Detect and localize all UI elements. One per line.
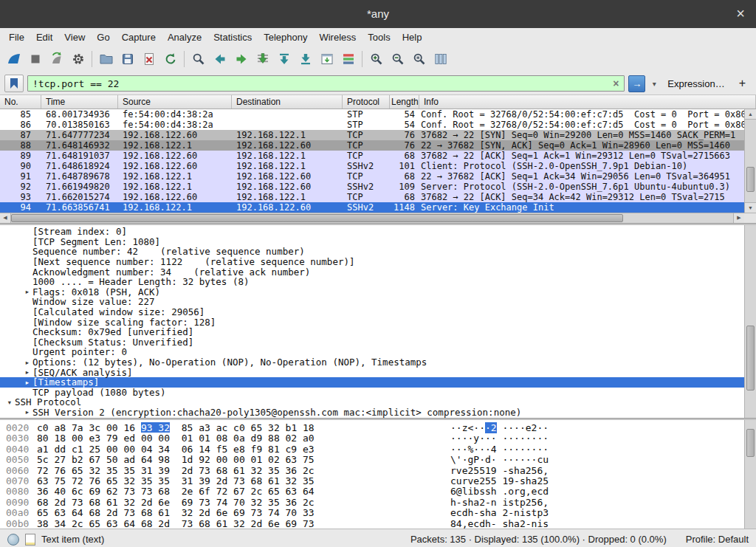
hex-row[interactable]: 008036 40 6c 69 62 73 73 68 2e 6f 72 67 … [0,486,756,496]
go-to-bottom-button[interactable] [295,49,316,69]
menu-item-telephony[interactable]: Telephony [258,30,313,44]
scrollbar-thumb[interactable] [746,167,755,192]
expression-button[interactable]: Expression… [663,78,729,89]
file-open-button[interactable] [95,49,117,69]
hex-row[interactable]: 009068 2d 73 68 61 32 2d 6e 69 73 74 70 … [0,497,756,507]
expand-arrow-icon[interactable]: ▸ [22,408,32,416]
menu-item-file[interactable]: File [3,30,30,44]
filter-clear-button[interactable]: × [611,78,621,89]
packet-row[interactable]: 8568.001734936fe:54:00:d4:38:2aSTP54Conf… [0,109,756,120]
column-header-source[interactable]: Source [118,95,232,109]
column-header-time[interactable]: Time [41,95,118,109]
expand-arrow-icon[interactable]: ▸ [22,288,32,295]
column-header-info[interactable]: Info [419,95,756,109]
detail-line[interactable]: Window size value: 227 [0,297,756,307]
menu-item-help[interactable]: Help [396,30,428,44]
column-header-destination[interactable]: Destination [232,95,343,109]
hex-row[interactable]: 0020c0 a8 7a 3c 00 16 93 32 85 a3 ac c0 … [0,422,756,433]
hex-row[interactable]: 00505c 27 b2 67 50 ad 64 98 1d 92 00 00 … [0,454,756,464]
detail-line[interactable]: [Checksum Status: Unverified] [0,337,756,348]
close-window-button[interactable]: × [731,0,750,28]
packet-row[interactable]: 9471.663856741192.168.122.1192.168.122.6… [0,202,756,213]
packet-row[interactable]: 8771.647777234192.168.122.60192.168.122.… [0,130,756,140]
packet-row[interactable]: 9271.661949820192.168.122.1192.168.122.6… [0,182,756,192]
packet-list-hscrollbar[interactable]: ◀ ▶ [0,213,756,223]
details-vscrollbar[interactable] [744,225,756,418]
filter-dropdown-button[interactable]: ▾ [649,76,659,92]
filter-bookmark-button[interactable] [4,75,24,92]
detail-line[interactable]: Urgent pointer: 0 [0,347,756,357]
hex-vscrollbar[interactable] [744,420,756,529]
colorize-packets-button[interactable] [337,49,359,69]
file-save-button[interactable] [117,49,138,69]
detail-line[interactable]: [Stream index: 0] [0,227,756,237]
zoom-in-button[interactable] [365,49,387,69]
capture-start-button[interactable] [3,49,24,69]
scrollbar-thumb[interactable] [746,326,755,391]
hex-row[interactable]: 007063 75 72 76 65 32 35 35 31 39 2d 73 … [0,475,756,486]
hex-row[interactable]: 00b038 34 2c 65 63 64 68 2d 73 68 61 32 … [0,518,756,529]
detail-line[interactable]: [TCP Segment Len: 1080] [0,237,756,247]
scroll-down-arrow-icon[interactable]: ▼ [745,202,756,213]
menu-item-analyze[interactable]: Analyze [162,30,207,44]
detail-line[interactable]: 1000 .... = Header Length: 32 bytes (8) [0,277,756,287]
capture-options-button[interactable] [67,49,89,69]
detail-line[interactable]: ▸[SEQ/ACK analysis] [0,367,756,377]
detail-line[interactable]: [Window size scaling factor: 128] [0,317,756,327]
packet-row[interactable]: 8871.648146932192.168.122.1192.168.122.6… [0,140,756,151]
hex-row[interactable]: 00a065 63 64 68 2d 73 68 61 32 2d 6e 69 … [0,507,756,517]
detail-line[interactable]: ▸[Timestamps] [0,377,756,388]
expand-arrow-icon[interactable]: ▾ [4,399,15,406]
detail-line[interactable]: Acknowledgment number: 34 (relative ack … [0,266,756,277]
detail-line[interactable]: ▸SSH Version 2 (encryption:chacha20-poly… [0,407,756,418]
column-header-no[interactable]: No. [0,95,41,109]
menu-item-go[interactable]: Go [91,30,115,44]
capture-restart-button[interactable] [46,49,67,69]
find-packet-button[interactable] [188,49,209,69]
scrollbar-thumb[interactable] [746,429,755,457]
column-header-protocol[interactable]: Protocol [343,95,390,109]
column-header-length[interactable]: Length [390,95,419,109]
packet-row[interactable]: 8670.013850163fe:54:00:d4:38:2aSTP54Conf… [0,120,756,130]
detail-line[interactable]: [Calculated window size: 29056] [0,307,756,317]
scroll-left-arrow-icon[interactable]: ◀ [0,213,11,223]
detail-line[interactable]: ▸Flags: 0x018 (PSH, ACK) [0,287,756,297]
expand-arrow-icon[interactable]: ▸ [22,379,32,386]
resize-columns-button[interactable] [430,49,451,69]
hex-row[interactable]: 006072 76 65 32 35 35 31 39 2d 73 68 61 … [0,465,756,475]
hex-row[interactable]: 003080 18 00 e3 79 ed 00 00 01 01 08 0a … [0,433,756,443]
scroll-right-arrow-icon[interactable]: ▶ [733,213,744,223]
go-to-top-button[interactable] [273,49,295,69]
file-close-button[interactable] [138,49,159,69]
go-to-packet-button[interactable] [252,49,273,69]
filter-input[interactable]: !tcp.port == 22 [32,78,611,89]
display-filter-field[interactable]: !tcp.port == 22 × [27,75,625,92]
menu-item-capture[interactable]: Capture [116,30,162,44]
capture-comment-icon[interactable] [25,534,35,546]
expand-arrow-icon[interactable]: ▸ [22,359,32,366]
detail-line[interactable]: [Next sequence number: 1122 (relative se… [0,257,756,267]
expand-arrow-icon[interactable]: ▸ [22,368,32,376]
packet-list-vscrollbar[interactable]: ▲ ▼ [744,109,756,213]
filter-apply-button[interactable]: → [628,75,645,92]
menu-item-statistics[interactable]: Statistics [207,30,258,44]
capture-stop-button[interactable] [24,49,46,69]
detail-line[interactable]: ▸Options: (12 bytes), No-Operation (NOP)… [0,357,756,368]
packet-row[interactable]: 8971.648191037192.168.122.60192.168.122.… [0,151,756,161]
menu-item-view[interactable]: View [58,30,91,44]
hscrollbar-thumb[interactable] [11,214,623,222]
packet-row[interactable]: 9371.662015274192.168.122.60192.168.122.… [0,192,756,202]
zoom-reset-button[interactable] [408,49,430,69]
filter-add-button[interactable]: + [733,77,752,90]
expert-info-icon[interactable] [7,534,19,546]
packet-row[interactable]: 9071.648618924192.168.122.60192.168.122.… [0,161,756,171]
detail-line[interactable]: Sequence number: 42 (relative sequence n… [0,247,756,257]
profile-text[interactable]: Profile: Default [686,534,749,545]
detail-line[interactable]: Checksum: 0x79ed [unverified] [0,327,756,337]
scroll-up-arrow-icon[interactable]: ▲ [745,109,756,120]
menu-item-wireless[interactable]: Wireless [313,30,362,44]
menu-item-tools[interactable]: Tools [362,30,396,44]
go-forward-button[interactable] [230,49,252,69]
go-back-button[interactable] [209,49,230,69]
zoom-out-button[interactable] [387,49,408,69]
